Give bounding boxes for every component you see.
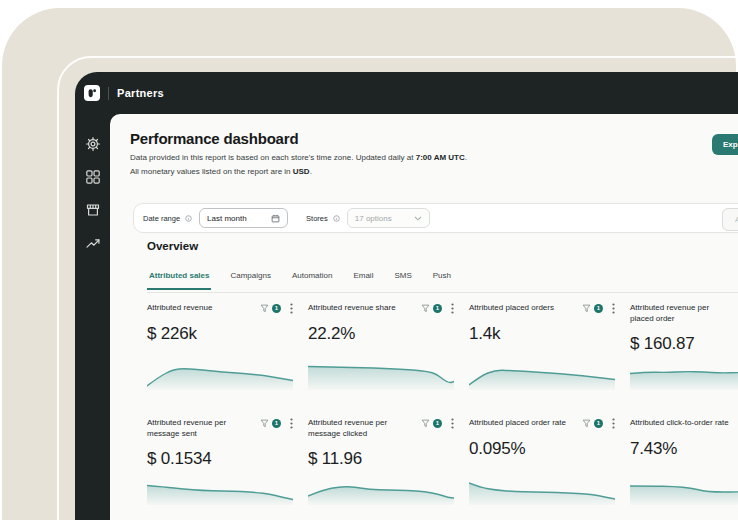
sparkline-chart — [308, 360, 454, 390]
app-header: Partners — [75, 72, 738, 114]
metric-value: 0.095% — [469, 439, 615, 459]
store-icon[interactable] — [85, 202, 101, 218]
filter-funnel-icon[interactable] — [421, 419, 430, 428]
kebab-menu-icon[interactable] — [290, 303, 293, 314]
metric-card: Attributed revenue 1 $ 226k — [147, 298, 293, 390]
filter-bar: Date range Last month Stores — [133, 203, 738, 233]
trend-icon[interactable] — [85, 235, 101, 251]
stores-label: Stores — [306, 214, 328, 223]
desc-line1: Data provided in this report is based on… — [130, 153, 467, 162]
metric-value: 7.43% — [630, 439, 738, 459]
kebab-menu-icon[interactable] — [290, 418, 293, 429]
metric-value: $ 160.87 — [630, 334, 738, 354]
filter-count-badge: 1 — [594, 419, 603, 428]
brand-name: Partners — [117, 87, 164, 99]
filter-count-badge: 1 — [272, 419, 281, 428]
filter-funnel-icon[interactable] — [421, 304, 430, 313]
grid-icon[interactable] — [85, 169, 101, 185]
filter-count-badge: 1 — [433, 419, 442, 428]
page-title: Performance dashboard — [130, 130, 298, 147]
info-icon[interactable] — [333, 215, 340, 222]
filter-funnel-icon[interactable] — [582, 304, 591, 313]
sparkline-chart — [147, 475, 293, 505]
tab-email[interactable]: Email — [351, 271, 375, 290]
metric-value: $ 11.96 — [308, 449, 454, 469]
sidebar — [75, 114, 110, 520]
filter-funnel-icon[interactable] — [260, 419, 269, 428]
date-range-value: Last month — [207, 214, 247, 223]
date-range-label: Date range — [143, 214, 180, 223]
metric-card: Attributed revenue per placed order 1 $ … — [630, 298, 738, 390]
tab-push[interactable]: Push — [431, 271, 453, 290]
filter-count-badge: 1 — [594, 304, 603, 313]
brand-logo-icon — [84, 85, 100, 101]
metric-card: Attributed revenue per message sent 1 $ … — [147, 413, 293, 505]
sparkline-chart — [630, 475, 738, 505]
sparkline-chart — [469, 360, 615, 390]
metric-label: Attributed placed orders — [469, 298, 554, 314]
stores-select[interactable]: 17 options — [347, 208, 430, 228]
sparkline-chart — [630, 360, 738, 390]
sparkline-chart — [469, 475, 615, 505]
metric-value: 22.2% — [308, 324, 454, 344]
kebab-menu-icon[interactable] — [612, 418, 615, 429]
metric-label: Attributed revenue per message clicked — [308, 413, 412, 439]
filter-count-badge: 1 — [272, 304, 281, 313]
kebab-menu-icon[interactable] — [451, 303, 454, 314]
chevron-down-icon — [414, 216, 422, 221]
overview-heading: Overview — [147, 240, 198, 252]
metric-label: Attributed placed order rate — [469, 413, 566, 429]
dashboard-panel: Performance dashboard Data provided in t… — [110, 114, 738, 520]
stores-value: 17 options — [355, 214, 392, 223]
filter-funnel-icon[interactable] — [260, 304, 269, 313]
metric-card: Attributed placed orders 1 1.4k — [469, 298, 615, 390]
tab-campaigns[interactable]: Campaigns — [228, 271, 272, 290]
metric-card: Attributed placed order rate 1 0.095% — [469, 413, 615, 505]
filter-funnel-icon[interactable] — [582, 419, 591, 428]
date-range-select[interactable]: Last month — [199, 208, 288, 228]
kebab-menu-icon[interactable] — [451, 418, 454, 429]
metric-label: Attributed revenue share — [308, 298, 396, 314]
page-description: Data provided in this report is based on… — [130, 151, 467, 178]
sparkline-chart — [147, 360, 293, 390]
app-window: Partners — [75, 72, 738, 520]
info-icon[interactable] — [185, 215, 192, 222]
metric-value: $ 0.1534 — [147, 449, 293, 469]
metric-label: Attributed revenue per placed order — [630, 298, 734, 324]
metric-value: $ 226k — [147, 324, 293, 344]
desc-line2: All monetary values listed on the report… — [130, 167, 312, 176]
tab-sms[interactable]: SMS — [392, 271, 413, 290]
metric-label: Attributed click-to-order rate — [630, 413, 729, 429]
kebab-menu-icon[interactable] — [612, 303, 615, 314]
header-divider — [108, 87, 109, 100]
metric-card: Attributed revenue per message clicked 1… — [308, 413, 454, 505]
gear-icon[interactable] — [85, 136, 101, 152]
apply-button[interactable]: Apply — [722, 208, 738, 231]
export-button[interactable]: Export — [712, 134, 738, 155]
tab-bar: Attributed sales Campaigns Automation Em… — [147, 271, 453, 290]
calendar-icon — [271, 214, 280, 223]
metric-cards-grid: Attributed revenue 1 $ 226k Attributed r… — [147, 298, 738, 505]
tab-automation[interactable]: Automation — [290, 271, 334, 290]
tabs-divider — [147, 292, 738, 293]
metric-card: Attributed revenue share 1 22.2% — [308, 298, 454, 390]
filter-count-badge: 1 — [433, 304, 442, 313]
metric-label: Attributed revenue per message sent — [147, 413, 251, 439]
tab-attributed-sales[interactable]: Attributed sales — [147, 271, 211, 290]
metric-card: Attributed click-to-order rate 1 7.43% — [630, 413, 738, 505]
metric-label: Attributed revenue — [147, 298, 212, 314]
sparkline-chart — [308, 475, 454, 505]
metric-value: 1.4k — [469, 324, 615, 344]
